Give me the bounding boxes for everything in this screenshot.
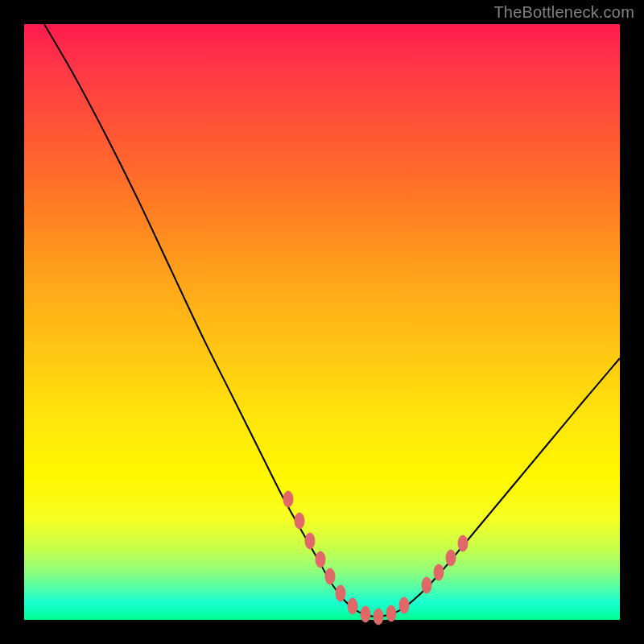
curve-marker [399, 597, 409, 613]
watermark-text: TheBottleneck.com [493, 3, 634, 22]
curve-marker [316, 551, 325, 568]
curve-marker [305, 533, 315, 549]
curve-marker [458, 535, 468, 551]
curve-marker [386, 605, 396, 621]
plot-area [24, 24, 620, 620]
curve-marker [325, 568, 335, 584]
curve-marker [295, 513, 304, 529]
curve-marker [422, 577, 431, 593]
marker-group [283, 491, 468, 625]
bottleneck-curve [44, 24, 620, 617]
curve-marker [434, 564, 444, 580]
curve-marker [336, 585, 345, 601]
curve-marker [446, 550, 456, 566]
chart-frame: TheBottleneck.com [0, 0, 644, 644]
curve-marker [348, 598, 357, 614]
curve-marker [361, 606, 370, 622]
curve-marker [374, 609, 383, 625]
curve-marker [283, 491, 293, 507]
chart-svg [24, 24, 620, 620]
